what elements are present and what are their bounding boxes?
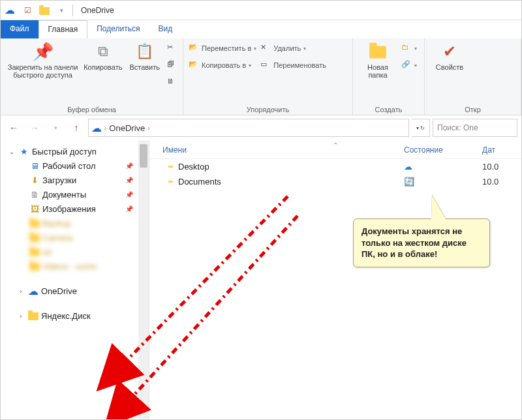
- delete-icon: ✕: [260, 43, 271, 53]
- downloads-icon: ⬇: [29, 175, 40, 185]
- state-cloud-icon: ☁: [404, 162, 482, 172]
- paste-button[interactable]: 📋 Вставить: [126, 41, 163, 71]
- qa-dropdown-icon[interactable]: ▾: [54, 3, 69, 18]
- search-input[interactable]: Поиск: One: [433, 119, 517, 137]
- explorer-body: ⌄ ★ Быстрый доступ 🖥 Рабочий стол 📌 ⬇ За…: [1, 140, 521, 420]
- pin-icon: 📌: [125, 177, 133, 184]
- tab-view[interactable]: Вид: [149, 20, 181, 38]
- file-date: 10.0: [482, 177, 521, 187]
- copy-to-icon: 📂: [189, 60, 199, 70]
- window-title: OneDrive: [81, 6, 114, 15]
- column-date[interactable]: Дат: [482, 145, 521, 155]
- group-label-open: Откр: [430, 104, 515, 113]
- file-name: Desktop: [178, 162, 404, 172]
- tree-documents[interactable]: 🗎 Документы 📌: [1, 187, 149, 202]
- create-small-col: 🗀▾ 🔗▾: [401, 41, 417, 72]
- qa-folder-icon[interactable]: [37, 3, 52, 18]
- titlebar: ☁ ☑ ▾ OneDrive: [1, 1, 521, 20]
- cut-button[interactable]: ✂: [167, 41, 177, 55]
- expand-icon[interactable]: ›: [16, 288, 25, 295]
- properties-icon: ✔: [439, 41, 460, 62]
- new-folder-icon: [367, 41, 388, 62]
- titlebar-divider: [72, 5, 73, 16]
- pin-icon: 📌: [125, 191, 133, 198]
- tree-pictures[interactable]: 🖼 Изображения 📌: [1, 202, 149, 216]
- group-label-create: Создать: [358, 104, 419, 113]
- pin-icon: 📌: [125, 205, 133, 213]
- state-sync-icon: 🔄: [404, 177, 482, 187]
- nav-tree: ⌄ ★ Быстрый доступ 🖥 Рабочий стол 📌 ⬇ За…: [1, 140, 149, 420]
- search-placeholder: Поиск: One: [437, 123, 478, 132]
- tree-blurred-item[interactable]: sd: [1, 245, 149, 259]
- clipboard-small-col: ✂ 🗐 🗎: [167, 41, 177, 89]
- annotation-callout: Документы хранятся не только на жестком …: [353, 218, 490, 267]
- qa-properties-icon[interactable]: ☑: [20, 3, 35, 18]
- properties-button[interactable]: ✔ Свойств: [430, 41, 469, 71]
- chevron-right-icon: ›: [147, 125, 149, 132]
- tree-blurred-item[interactable]: Camera: [1, 230, 149, 245]
- tree-onedrive[interactable]: › ☁ OneDrive: [1, 284, 149, 298]
- chevron-right-icon: ›: [104, 125, 106, 132]
- callout-text: Документы хранятся не только на жестком …: [353, 218, 490, 267]
- ribbon-tabs: Файл Главная Поделиться Вид: [1, 20, 521, 38]
- folder-icon: [29, 261, 40, 271]
- desktop-icon: 🖥: [29, 160, 40, 171]
- ribbon-group-open: ✔ Свойств Откр: [425, 38, 521, 115]
- folder-icon: [29, 232, 40, 243]
- tree-scroll-thumb[interactable]: [140, 144, 147, 168]
- new-item-icon: 🗀: [401, 43, 412, 53]
- ribbon: 📌 Закрепить на панели быстрого доступа ⧉…: [1, 38, 521, 115]
- expand-icon[interactable]: ›: [16, 312, 25, 320]
- copy-to-button[interactable]: 📂 Копировать в ▾: [189, 58, 256, 72]
- forward-button[interactable]: →: [25, 119, 44, 137]
- new-item-button[interactable]: 🗀▾: [401, 41, 417, 55]
- tree-blurred-item[interactable]: Backup: [1, 216, 149, 230]
- breadcrumb-location: OneDrive: [109, 123, 145, 133]
- onedrive-icon: ☁: [28, 286, 38, 296]
- file-name: Documents: [178, 177, 404, 187]
- pin-quick-access-button[interactable]: 📌 Закрепить на панели быстрого доступа: [6, 41, 80, 79]
- ribbon-group-organize: 📂 Переместить в ▾ 📂 Копировать в ▾ ✕ Уда…: [183, 38, 353, 115]
- group-label-organize: Упорядочить: [189, 104, 347, 113]
- delete-button[interactable]: ✕ Удалить ▾: [260, 41, 326, 55]
- ribbon-group-create: Новая папка 🗀▾ 🔗▾ Создать: [353, 38, 425, 115]
- tab-file[interactable]: Файл: [1, 20, 38, 38]
- file-row[interactable]: Desktop ☁ 10.0: [149, 159, 521, 174]
- tree-downloads[interactable]: ⬇ Загрузки 📌: [1, 173, 149, 187]
- column-name[interactable]: Имени: [162, 145, 404, 155]
- tree-yandex-disk[interactable]: › Яндекс.Диск: [1, 308, 149, 323]
- copy-button[interactable]: ⧉ Копировать: [84, 41, 122, 71]
- onedrive-app-icon: ☁: [3, 4, 16, 16]
- move-to-button[interactable]: 📂 Переместить в ▾: [189, 41, 256, 55]
- tree-blurred-item[interactable]: Videos - some: [1, 259, 149, 273]
- tab-home[interactable]: Главная: [38, 20, 88, 38]
- rename-icon: ▭: [260, 60, 271, 70]
- new-folder-button[interactable]: Новая папка: [358, 41, 397, 79]
- refresh-button[interactable]: ▾ ↻: [412, 119, 430, 137]
- copy-icon: ⧉: [93, 41, 114, 62]
- pin-icon: 📌: [33, 41, 54, 62]
- tree-desktop[interactable]: 🖥 Рабочий стол 📌: [1, 158, 149, 173]
- column-state[interactable]: Состояние: [404, 145, 482, 155]
- callout-tail: [431, 195, 446, 220]
- copy-path-button[interactable]: 🗐: [167, 58, 177, 72]
- breadcrumb[interactable]: ☁ › OneDrive ›: [88, 119, 409, 137]
- file-row[interactable]: Documents 🔄 10.0: [149, 174, 521, 189]
- file-date: 10.0: [482, 162, 521, 172]
- easy-access-button[interactable]: 🔗▾: [401, 58, 417, 72]
- tab-share[interactable]: Поделиться: [87, 20, 149, 38]
- pictures-icon: 🖼: [29, 203, 40, 214]
- paste-shortcut-button[interactable]: 🗎: [167, 75, 177, 89]
- tree-quick-access[interactable]: ⌄ ★ Быстрый доступ: [1, 144, 149, 158]
- documents-icon: 🗎: [29, 189, 40, 200]
- recent-dropdown[interactable]: ▾: [46, 119, 65, 137]
- easy-access-icon: 🔗: [401, 60, 412, 70]
- folder-icon: [28, 310, 38, 321]
- quick-access-toolbar: ☑ ▾: [20, 3, 69, 18]
- rename-button[interactable]: ▭ Переименовать: [260, 58, 326, 72]
- dropdown-icon: ▾: [249, 63, 251, 68]
- up-button[interactable]: ↑: [67, 119, 85, 137]
- tree-scrollbar[interactable]: [138, 140, 149, 420]
- expand-icon[interactable]: ⌄: [7, 148, 16, 155]
- back-button[interactable]: ←: [5, 119, 23, 137]
